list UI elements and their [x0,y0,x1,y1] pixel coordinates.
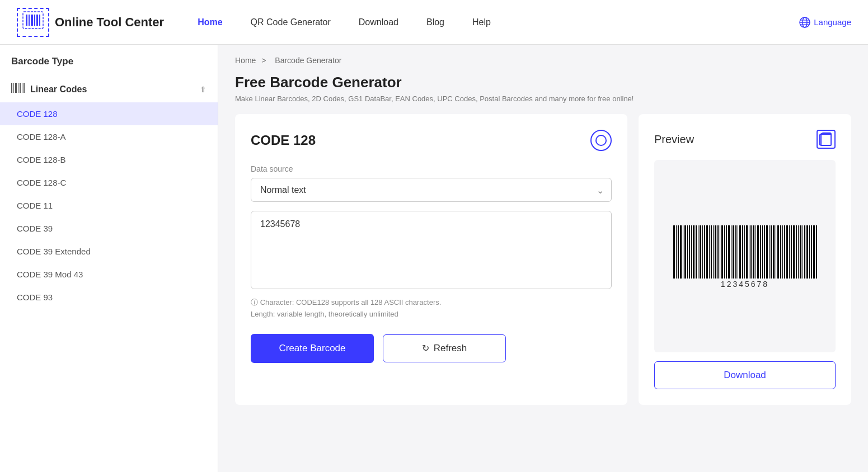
data-source-select[interactable]: Normal text Hex Base64 [251,178,612,202]
copy-button[interactable] [817,130,836,149]
hint-content: Character: CODE128 supports all 128 ASCI… [251,298,441,318]
barcode-display: 12345678 [672,225,818,287]
info-button[interactable] [590,130,612,151]
action-buttons: Create Barcode ↻ Refresh [251,334,612,363]
svg-rect-70 [782,225,783,279]
preview-card: Preview [639,114,851,405]
svg-rect-61 [762,225,763,279]
svg-rect-76 [796,225,797,279]
preview-area: 12345678 [654,160,836,352]
svg-rect-17 [22,83,22,93]
globe-icon [799,17,810,28]
barcode-svg: 12345678 [672,225,818,287]
barcode-data-input[interactable]: 12345678 [251,211,612,289]
header: Online Tool Center Home QR Code Generato… [0,0,868,45]
svg-rect-65 [771,225,772,279]
svg-rect-84 [813,225,815,279]
data-source-select-wrapper: Normal text Hex Base64 ⌄ [251,178,612,202]
svg-rect-63 [766,225,768,279]
svg-rect-46 [728,225,730,279]
page-title: Free Barcode Generator [235,74,851,91]
generator-card: CODE 128 Data source Normal text Hex Bas… [235,114,627,405]
svg-rect-23 [678,225,679,279]
svg-rect-14 [15,83,17,93]
linear-codes-section[interactable]: Linear Codes ⇧ [0,76,218,102]
svg-rect-54 [746,225,748,279]
svg-rect-12 [11,83,12,93]
nav-qr-code[interactable]: QR Code Generator [251,17,331,27]
svg-rect-38 [711,225,712,279]
svg-rect-42 [720,225,720,279]
svg-rect-24 [680,225,682,279]
svg-rect-55 [749,225,749,279]
svg-rect-66 [773,225,775,279]
data-source-label: Data source [251,164,612,173]
svg-rect-80 [804,225,805,279]
svg-rect-44 [724,225,725,279]
sidebar-item-code11[interactable]: CODE 11 [0,194,218,217]
copy-icon-svg [818,130,834,149]
svg-rect-31 [696,225,697,279]
breadcrumb-current: Barcode Generator [275,56,341,65]
preview-header: Preview [654,130,836,149]
svg-rect-4 [34,15,35,26]
svg-rect-16 [20,83,21,93]
preview-title: Preview [654,133,694,146]
sidebar: Barcode Type Linear Codes ⇧ [0,45,218,472]
sidebar-item-code128b[interactable]: CODE 128-B [0,148,218,171]
nav-download[interactable]: Download [359,17,398,27]
svg-rect-59 [757,225,759,279]
svg-rect-74 [791,225,792,279]
svg-rect-28 [689,225,690,279]
svg-rect-83 [811,225,812,279]
sidebar-item-code39extended[interactable]: CODE 39 Extended [0,240,218,263]
nav-help[interactable]: Help [472,17,491,27]
breadcrumb-separator: > [261,56,266,65]
logo: Online Tool Center [17,8,164,37]
svg-rect-68 [777,225,779,279]
svg-rect-71 [784,225,785,279]
sidebar-item-code128[interactable]: CODE 128 [0,102,218,125]
svg-rect-48 [733,225,734,279]
svg-rect-5 [36,15,38,26]
page-layout: Barcode Type Linear Codes ⇧ [0,45,868,472]
language-label: Language [814,17,851,27]
svg-rect-35 [704,225,705,279]
nav-blog[interactable]: Blog [426,17,444,27]
svg-rect-33 [700,225,701,279]
sidebar-item-code39[interactable]: CODE 39 [0,217,218,240]
language-button[interactable]: Language [799,17,851,28]
svg-rect-57 [753,225,754,279]
chevron-up-icon: ⇧ [200,85,207,94]
svg-rect-27 [687,225,688,279]
svg-rect-64 [769,225,770,279]
svg-rect-2 [29,15,30,26]
sidebar-item-code93[interactable]: CODE 93 [0,286,218,309]
logo-icon [17,8,49,37]
sidebar-item-code128a[interactable]: CODE 128-A [0,125,218,148]
breadcrumb: Home > Barcode Generator [235,56,851,65]
svg-rect-30 [693,225,695,279]
svg-rect-37 [709,225,710,279]
nav-home[interactable]: Home [198,17,222,27]
svg-rect-60 [760,225,761,279]
sidebar-item-code128c[interactable]: CODE 128-C [0,171,218,194]
breadcrumb-home[interactable]: Home [235,56,256,65]
svg-rect-45 [726,225,727,279]
main-nav: Home QR Code Generator Download Blog Hel… [198,17,799,27]
refresh-button[interactable]: ↻ Refresh [383,334,506,362]
svg-rect-22 [676,225,677,279]
hint-icon: ⓘ [251,298,258,306]
svg-rect-81 [806,225,808,279]
create-barcode-button[interactable]: Create Barcode [251,334,374,363]
sidebar-title: Barcode Type [0,56,218,76]
download-button[interactable]: Download [654,361,836,389]
svg-rect-51 [739,225,741,279]
svg-rect-21 [673,225,675,279]
svg-rect-19 [820,134,829,145]
svg-rect-26 [684,225,686,279]
hint-text: ⓘ Character: CODE128 supports all 128 AS… [251,297,612,320]
sidebar-item-code39mod43[interactable]: CODE 39 Mod 43 [0,263,218,286]
svg-rect-18 [24,83,25,93]
svg-rect-50 [738,225,738,279]
